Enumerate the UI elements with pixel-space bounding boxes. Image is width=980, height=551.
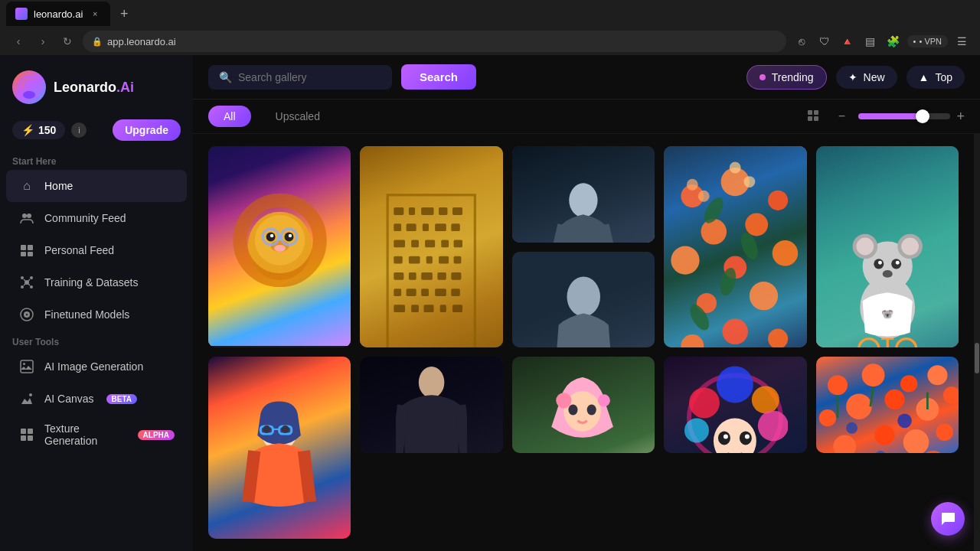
trending-dot: [760, 74, 766, 80]
reader-icon[interactable]: ▤: [861, 32, 880, 51]
menu-icon[interactable]: ☰: [952, 32, 971, 51]
fire-icon[interactable]: 🔺: [838, 32, 857, 51]
remix-icon[interactable]: #: [905, 152, 926, 174]
svg-rect-56: [394, 240, 406, 248]
slash-icon[interactable]: ⊘: [601, 258, 622, 279]
extensions-icon[interactable]: 🧩: [884, 32, 903, 51]
sidebar-item-finetuned-label: Finetuned Models: [44, 308, 129, 321]
trending-filter-btn[interactable]: Trending: [746, 65, 827, 90]
gallery-item[interactable]: # ⊘ ⤢: [512, 146, 655, 243]
gallery-item[interactable]: # ⊘ ⤢: [512, 252, 655, 348]
info-icon[interactable]: i: [71, 122, 87, 138]
expand-icon[interactable]: ⤢: [627, 152, 648, 174]
svg-point-164: [897, 414, 912, 429]
svg-point-156: [874, 425, 894, 445]
tab-close-btn[interactable]: ×: [89, 8, 101, 20]
remix-icon[interactable]: #: [271, 363, 292, 384]
gallery-item[interactable]: # ⋯: [664, 357, 806, 453]
remix-icon[interactable]: #: [297, 152, 318, 174]
svg-rect-66: [394, 272, 404, 280]
search-box[interactable]: 🔍: [208, 65, 392, 90]
new-tab-btn[interactable]: +: [113, 3, 135, 24]
remix-icon[interactable]: #: [753, 152, 775, 174]
top-bar: 🔍 Search Trending ✦ New ▲ Top: [193, 55, 980, 99]
home-icon: ⌂: [18, 178, 35, 194]
sidebar-item-ai-image[interactable]: AI Image Generation: [6, 350, 187, 383]
upgrade-button[interactable]: Upgrade: [113, 119, 181, 141]
svg-rect-21: [21, 360, 33, 373]
sidebar-item-ai-canvas[interactable]: AI Canvas BETA: [6, 383, 187, 415]
slash-icon[interactable]: ⊘: [601, 152, 622, 174]
chat-button[interactable]: [931, 502, 965, 536]
gallery-item[interactable]: 🐨 # ⋯: [816, 146, 959, 347]
gallery-item[interactable]: # ⊘ ⤢: [512, 357, 655, 453]
tab-all-btn[interactable]: All: [208, 106, 251, 127]
remix-icon[interactable]: #: [575, 363, 596, 384]
gallery-item[interactable]: ⋯: [360, 357, 502, 453]
top-filter-btn[interactable]: ▲ Top: [906, 66, 965, 89]
personal-icon: [18, 242, 35, 259]
gallery-item[interactable]: # ⤢: [360, 146, 502, 347]
svg-point-100: [744, 176, 756, 187]
svg-point-128: [281, 425, 289, 433]
zoom-out-icon[interactable]: −: [831, 106, 852, 127]
dots-icon[interactable]: ⋯: [297, 363, 318, 384]
nav-back-btn[interactable]: ‹: [9, 32, 28, 51]
gallery-item[interactable]: # ⋯ ⤢: [208, 357, 351, 539]
sidebar-item-finetuned[interactable]: Finetuned Models: [6, 298, 187, 331]
right-scrollbar[interactable]: [974, 134, 980, 551]
nav-refresh-btn[interactable]: ↻: [58, 32, 77, 51]
gallery-item[interactable]: # ⤢: [664, 146, 806, 347]
zoom-slider[interactable]: [858, 113, 950, 119]
dots-icon[interactable]: ⋯: [931, 152, 952, 174]
remix-icon[interactable]: #: [575, 258, 596, 279]
expand-icon[interactable]: ⤢: [779, 152, 801, 174]
new-icon: ✦: [848, 71, 858, 83]
expand-icon[interactable]: ⤢: [627, 258, 648, 279]
active-tab[interactable]: leonardo.ai ×: [6, 2, 110, 26]
sidebar-item-home[interactable]: ⌂ Home: [6, 170, 187, 202]
search-input[interactable]: [238, 71, 381, 83]
remix-icon[interactable]: #: [449, 152, 471, 174]
remix-icon[interactable]: #: [575, 152, 596, 174]
svg-line-167: [870, 387, 873, 407]
dots-icon[interactable]: ⋯: [475, 363, 497, 384]
svg-rect-49: [439, 207, 447, 215]
address-bar[interactable]: 🔒 app.leonardo.ai: [83, 31, 786, 52]
zoom-thumb: [916, 109, 929, 123]
gallery-item[interactable]: [816, 357, 959, 453]
sidebar-logo: Leonardo.Ai: [0, 64, 193, 116]
sidebar-item-personal-feed[interactable]: Personal Feed: [6, 234, 187, 266]
new-filter-btn[interactable]: ✦ New: [836, 66, 897, 89]
dots-icon[interactable]: ⋯: [779, 363, 801, 384]
expand-icon[interactable]: ⤢: [627, 363, 648, 384]
vpn-badge[interactable]: • • VPN: [907, 35, 948, 47]
svg-point-114: [895, 261, 899, 265]
grid-view-icon[interactable]: [803, 106, 825, 127]
expand-icon[interactable]: ⤢: [475, 152, 497, 174]
search-button[interactable]: Search: [401, 64, 476, 90]
svg-rect-64: [439, 256, 449, 264]
svg-point-137: [716, 366, 753, 403]
share-icon[interactable]: ⎋: [792, 32, 811, 51]
svg-rect-52: [407, 224, 416, 232]
expand-icon[interactable]: ⤢: [323, 152, 345, 174]
expand-icon[interactable]: ⤢: [323, 363, 345, 384]
texture-icon: [18, 426, 35, 443]
svg-point-108: [856, 238, 874, 256]
remix-icon[interactable]: #: [753, 363, 775, 384]
nav-forward-btn[interactable]: ›: [34, 32, 52, 51]
slash-icon[interactable]: ⊘: [601, 363, 622, 384]
svg-point-150: [818, 409, 835, 426]
svg-rect-47: [409, 207, 415, 215]
zoom-in-icon[interactable]: +: [956, 109, 965, 125]
shield-icon[interactable]: 🛡: [815, 32, 834, 51]
tab-upscaled-btn[interactable]: Upscaled: [260, 106, 335, 127]
gallery-item[interactable]: # ⤢: [208, 146, 351, 347]
sidebar-item-community-feed[interactable]: Community Feed: [6, 202, 187, 234]
svg-point-2: [23, 91, 35, 99]
svg-rect-60: [454, 240, 462, 248]
browser-chrome: leonardo.ai × + ‹ › ↻ 🔒 app.leonardo.ai …: [0, 0, 980, 55]
sidebar-item-texture[interactable]: Texture Generation ALPHA: [6, 415, 187, 455]
sidebar-item-training[interactable]: Training & Datasets: [6, 266, 187, 298]
